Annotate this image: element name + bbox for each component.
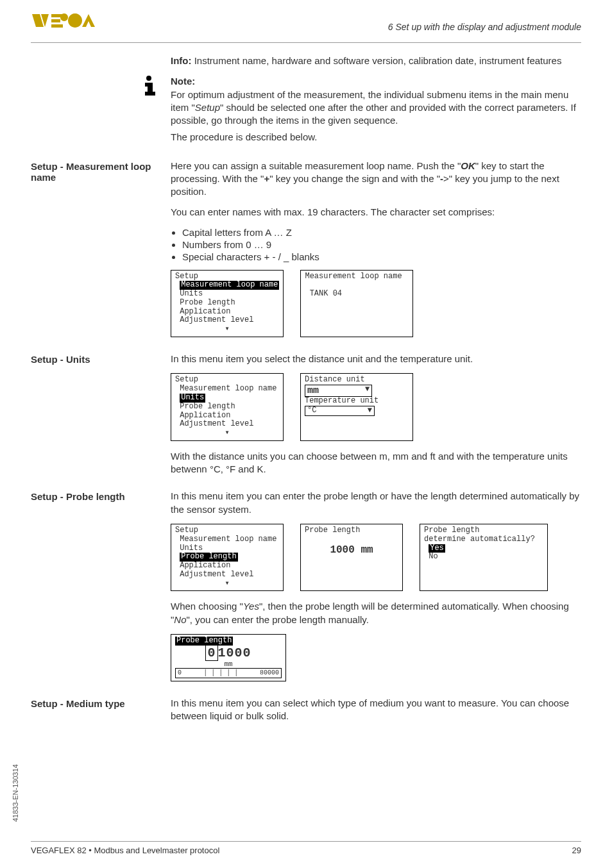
header-section: 6 Set up with the display and adjustment… xyxy=(388,22,581,32)
note-title: Note: xyxy=(171,76,195,87)
note-trailer: The procedure is described below. xyxy=(171,131,581,144)
note-block: Note: For optimum adjustment of the meas… xyxy=(171,75,581,127)
loop-p1: Here you can assign a suitable measureme… xyxy=(171,160,581,199)
units-p2: With the distance units you can choose b… xyxy=(171,450,581,476)
units-p1: In this menu item you select the distanc… xyxy=(171,353,581,365)
footer-page: 29 xyxy=(572,846,581,855)
bullet: Capital letters from A … Z xyxy=(182,227,581,238)
lcd-loop-menu: Setup Measurement loop name Units Probe … xyxy=(171,270,284,338)
info-icon xyxy=(142,75,171,99)
lcd-probe-menu: Setup Measurement loop name Units Probe … xyxy=(171,524,284,592)
medium-p1: In this menu item you can select which t… xyxy=(171,697,581,723)
heading-units: Setup - Units xyxy=(31,353,171,365)
lcd-probe-edit: Probe length 01000 mm 0│ │ │ │ │80000 xyxy=(171,634,286,681)
lcd-probe-value: Probe length 1000 mm xyxy=(300,524,403,592)
probe-p2: When choosing "Yes", then the probe leng… xyxy=(171,600,581,626)
lcd-probe-auto: Probe length determine automatically? Ye… xyxy=(420,524,548,592)
svg-point-8 xyxy=(146,76,151,81)
bullet: Numbers from 0 … 9 xyxy=(182,239,581,250)
lcd-units-menu: Setup Measurement loop name Units Probe … xyxy=(171,373,284,441)
doc-code: 41833-EN-130314 xyxy=(12,764,19,822)
heading-medium: Setup - Medium type xyxy=(31,697,171,709)
note-body-text: For optimum adjustment of the measuremen… xyxy=(171,89,576,126)
svg-marker-7 xyxy=(82,14,95,27)
info-label: Info: xyxy=(171,55,191,66)
svg-rect-11 xyxy=(145,92,155,96)
footer-left: VEGAFLEX 82 • Modbus and Levelmaster pro… xyxy=(31,846,219,855)
lcd-loop-value: Measurement loop name TANK 04 xyxy=(300,270,413,338)
svg-rect-6 xyxy=(71,20,77,23)
probe-p1: In this menu item you can enter the prob… xyxy=(171,490,581,516)
heading-probe: Setup - Probe length xyxy=(31,490,171,502)
info-text: Instrument name, hardware and software v… xyxy=(191,55,561,66)
heading-loop-name: Setup - Measurement loop name xyxy=(31,160,171,183)
lcd-units-values: Distance unit mm▼ Temperature unit °C▼ xyxy=(300,373,413,441)
svg-rect-4 xyxy=(51,19,60,22)
loop-p2: You can enter names with max. 19 charact… xyxy=(171,206,581,219)
vega-logo xyxy=(31,12,108,33)
loop-bullets: Capital letters from A … Z Numbers from … xyxy=(171,227,581,262)
svg-rect-5 xyxy=(51,24,63,28)
info-line: Info: Instrument name, hardware and soft… xyxy=(171,54,581,67)
bullet: Special characters + - / _ blanks xyxy=(182,251,581,262)
